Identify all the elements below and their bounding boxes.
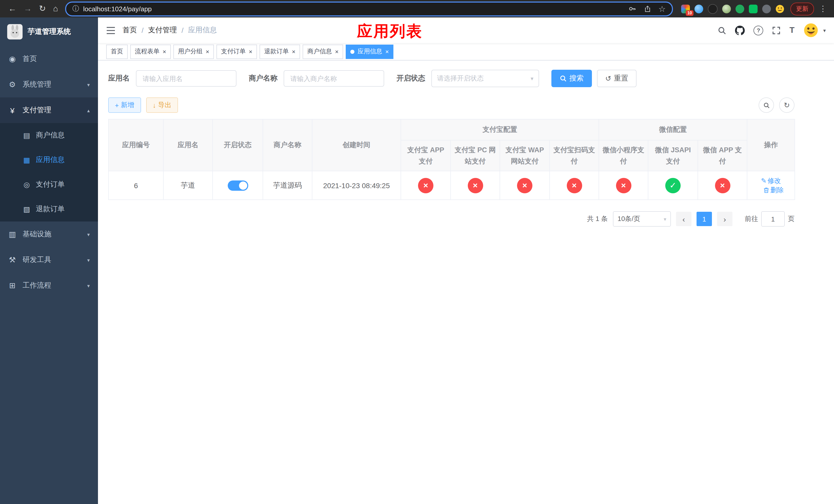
delete-label: 删除 <box>770 185 784 194</box>
app-name-input[interactable] <box>136 70 237 87</box>
page-size-select[interactable]: 10条/页 ▾ <box>613 211 671 227</box>
extension-wechat-icon[interactable] <box>749 4 758 13</box>
cell-app-name: 芋道 <box>163 171 213 200</box>
tab-close-icon[interactable]: × <box>162 48 166 54</box>
user-avatar[interactable] <box>803 23 819 38</box>
sidebar-item-home[interactable]: ◉ 首页 <box>0 46 98 72</box>
cell-app-id: 6 <box>109 171 163 200</box>
sidebar-item-label: 退款订单 <box>36 205 65 214</box>
tools-icon: ⚒ <box>8 255 16 265</box>
help-icon[interactable]: ? <box>753 25 763 35</box>
edit-button[interactable]: ✎ 修改 <box>761 176 781 185</box>
sidebar-item-dev-tools[interactable]: ⚒ 研发工具 ▾ <box>0 247 98 273</box>
tab-label: 支付订单 <box>221 47 246 56</box>
dashboard-icon: ◉ <box>8 54 16 64</box>
server-icon: ▥ <box>8 230 16 239</box>
tab-merchant-info[interactable]: 商户信息 × <box>303 44 343 59</box>
goto-page-input[interactable] <box>761 211 785 227</box>
page-title: 应用列表 <box>357 21 423 42</box>
sidebar-item-workflow[interactable]: ⊞ 工作流程 ▾ <box>0 273 98 298</box>
config-status-icon: × <box>567 178 582 193</box>
chevron-up-icon: ▴ <box>87 108 90 113</box>
extension-puzzle-icon[interactable] <box>762 4 771 13</box>
cell-alipay-pc: × <box>451 171 500 200</box>
password-key-icon[interactable] <box>628 5 636 13</box>
reset-button[interactable]: ↺ 重置 <box>597 70 636 87</box>
github-icon[interactable] <box>735 25 745 35</box>
site-info-icon[interactable]: ⓘ <box>72 4 79 13</box>
browser-home-icon[interactable]: ⌂ <box>53 5 58 13</box>
extension-green-circle-icon[interactable] <box>736 4 744 13</box>
extension-drop-icon[interactable] <box>695 4 703 13</box>
browser-forward-icon[interactable]: → <box>24 5 32 13</box>
sidebar-item-label: 首页 <box>23 54 37 64</box>
export-button[interactable]: ↓ 导出 <box>146 97 178 113</box>
hamburger-icon[interactable] <box>106 26 115 34</box>
col-header-merchant: 商户名称 <box>263 119 312 171</box>
sidebar-item-pay-orders[interactable]: ◎ 支付订单 <box>0 172 98 197</box>
sidebar-item-app-info[interactable]: ▦ 应用信息 <box>0 148 98 172</box>
edit-label: 修改 <box>768 176 781 185</box>
delete-button[interactable]: 删除 <box>763 185 784 194</box>
tab-close-icon[interactable]: × <box>206 48 209 54</box>
profile-emoji-icon[interactable] <box>775 4 784 13</box>
prev-page-button[interactable]: ‹ <box>676 212 692 226</box>
status-toggle[interactable] <box>227 180 248 190</box>
caret-down-icon[interactable]: ▾ <box>823 27 826 33</box>
add-button[interactable]: + 新增 <box>108 97 141 113</box>
col-header-created: 创建时间 <box>312 119 401 171</box>
chevron-down-icon: ▾ <box>87 231 90 237</box>
extension-dark-icon[interactable] <box>708 4 718 14</box>
extension-badge: 10 <box>686 10 694 16</box>
tab-pay-orders[interactable]: 支付订单 × <box>216 44 257 59</box>
tab-close-icon[interactable]: × <box>292 48 295 54</box>
sidebar-item-infrastructure[interactable]: ▥ 基础设施 ▾ <box>0 222 98 247</box>
merchant-name-input[interactable] <box>284 70 384 87</box>
search-button[interactable]: 搜索 <box>551 70 592 87</box>
cell-alipay-qr: × <box>550 171 599 200</box>
cell-created: 2021-10-23 08:49:25 <box>312 171 401 200</box>
tab-user-group[interactable]: 用户分组 × <box>173 44 214 59</box>
sidebar-item-payment[interactable]: ¥ 支付管理 ▴ <box>0 97 98 123</box>
sidebar-item-label: 研发工具 <box>23 255 51 265</box>
sidebar-item-system[interactable]: ⚙ 系统管理 ▾ <box>0 72 98 97</box>
breadcrumb-payment[interactable]: 支付管理 <box>148 26 177 35</box>
breadcrumb-home[interactable]: 首页 <box>123 26 137 35</box>
cell-status <box>213 171 263 200</box>
tab-process-form[interactable]: 流程表单 × <box>130 44 171 59</box>
tab-close-icon[interactable]: × <box>249 48 253 54</box>
col-header-app-id: 应用编号 <box>109 119 163 171</box>
browser-back-icon[interactable]: ← <box>8 5 16 13</box>
tab-app-info[interactable]: 应用信息 × <box>346 44 393 59</box>
browser-menu-icon[interactable]: ⋮ <box>817 4 829 13</box>
address-bar[interactable]: ⓘ localhost:1024/pay/app ☆ <box>65 1 673 16</box>
config-status-icon: × <box>418 178 433 193</box>
browser-nav-buttons: ← → ↻ ⌂ <box>5 5 58 13</box>
col-header-alipay-pc: 支付宝 PC 网站支付 <box>451 140 500 171</box>
fullscreen-icon[interactable] <box>772 26 781 35</box>
tab-refund-orders[interactable]: 退款订单 × <box>260 44 300 59</box>
sidebar-item-refund-orders[interactable]: ▧ 退款订单 <box>0 197 98 222</box>
workflow-icon: ⊞ <box>8 281 16 290</box>
font-size-icon[interactable]: T <box>789 26 794 35</box>
status-select[interactable]: 请选择开启状态 ▾ <box>431 70 539 87</box>
sidebar-item-label: 支付订单 <box>36 180 65 189</box>
browser-reload-icon[interactable]: ↻ <box>39 5 46 13</box>
apps-table: 应用编号 应用名 开启状态 商户名称 创建时间 支付宝配置 微信配置 操作 支付… <box>108 119 795 200</box>
tab-home[interactable]: 首页 <box>106 44 128 59</box>
extension-colorful-icon[interactable]: 10 <box>681 4 690 13</box>
tab-label: 应用信息 <box>357 47 382 56</box>
toggle-search-icon[interactable] <box>759 97 774 113</box>
tab-close-icon[interactable]: × <box>385 48 389 54</box>
next-page-button[interactable]: › <box>717 212 732 226</box>
sidebar-item-merchant-info[interactable]: ▤ 商户信息 <box>0 123 98 148</box>
share-icon[interactable] <box>643 5 651 13</box>
bookmark-star-icon[interactable]: ☆ <box>658 4 666 14</box>
page-number-button[interactable]: 1 <box>697 212 712 226</box>
tab-label: 首页 <box>111 47 123 56</box>
tab-close-icon[interactable]: × <box>335 48 338 54</box>
search-icon[interactable] <box>718 26 726 35</box>
extension-avatar-icon[interactable] <box>722 4 731 13</box>
browser-update-button[interactable]: 更新 <box>790 2 814 15</box>
refresh-icon[interactable]: ↻ <box>779 97 794 113</box>
